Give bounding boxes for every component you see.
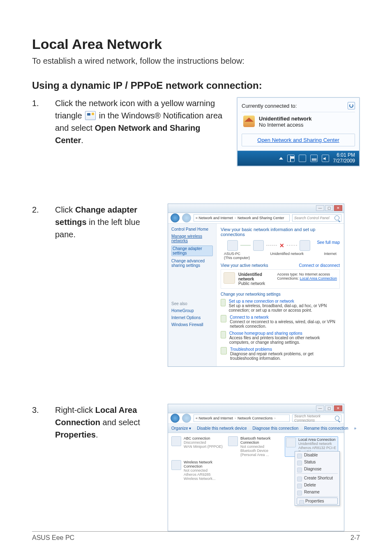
network-tray-icon[interactable]	[310, 155, 318, 162]
crumb-part: « Network and Internet	[196, 216, 233, 220]
left-pane-link[interactable]: HomeGroup	[171, 308, 213, 313]
crumb-part: Network Connections	[238, 416, 273, 420]
breadcrumb[interactable]: « Network and Internet› Network and Shar…	[194, 214, 290, 222]
connection-item[interactable]: Wireless Network ConnectionNot connected…	[171, 460, 225, 481]
see-full-map-link[interactable]: See full map	[317, 240, 340, 245]
connection-icon	[171, 436, 181, 446]
connection-item[interactable]: Bluetooth Network ConnectionNot connecte…	[228, 436, 281, 457]
left-pane-link[interactable]: Internet Options	[171, 315, 213, 320]
menu-item-properties[interactable]: Properties	[297, 498, 338, 505]
menu-item-status[interactable]: Status	[295, 458, 339, 465]
maximize-button[interactable]: ▢	[325, 205, 333, 211]
nav-forward-button[interactable]	[182, 213, 191, 222]
connect-disconnect-link[interactable]: Connect or disconnect	[299, 263, 340, 268]
step-2: 2. Click Change adapter settings in the …	[32, 204, 360, 367]
open-sharing-center-link[interactable]: Open Network and Sharing Center	[242, 134, 355, 146]
conn-sub: WAN Miniport (PPPOE)	[184, 445, 223, 449]
text: Right-click	[55, 405, 95, 414]
conn-title: Wireless Network Connection	[184, 460, 225, 468]
text: and select	[100, 418, 140, 427]
menu-divider	[297, 496, 338, 497]
section-heading: Using a dynamic IP / PPPoE network conne…	[32, 80, 360, 91]
step-1: 1. Click the network icon with a yellow …	[32, 97, 360, 167]
menu-item-rename[interactable]: Rename	[295, 489, 339, 495]
time-text: 6:01 PM	[333, 153, 355, 158]
address-bar-row: « Network and Internet› Network and Shar…	[168, 213, 344, 224]
step-body: Click the network icon with a yellow war…	[55, 97, 224, 146]
step-body: Right-click Local Area Connection and se…	[55, 404, 155, 441]
search-input[interactable]: Search Control Panel	[292, 214, 341, 222]
cmd-disable[interactable]: Disable this network device	[197, 426, 247, 431]
node-sub: (This computer)	[224, 256, 250, 260]
minimize-button[interactable]: —	[316, 405, 324, 411]
refresh-icon[interactable]	[348, 102, 355, 109]
menu-item-delete[interactable]: Delete	[295, 482, 339, 489]
breadcrumb[interactable]: « Network and Internet› Network Connecti…	[194, 414, 290, 422]
footer-left: ASUS Eee PC	[32, 534, 74, 542]
volume-icon[interactable]	[322, 155, 329, 162]
left-pane-link[interactable]: Windows Firewall	[171, 322, 213, 327]
nav-forward-button[interactable]	[182, 414, 191, 423]
window-titlebar: — ▢ ✕	[168, 204, 344, 213]
clock[interactable]: 6:01 PM 7/27/2009	[333, 153, 355, 164]
conn-sub: Unidentified network	[298, 442, 337, 446]
left-pane-link[interactable]: Manage wireless networks	[171, 234, 213, 243]
conn-sub: Disconnected	[184, 440, 223, 445]
conn-sub: Not connected	[240, 445, 281, 449]
cmd-diagnose[interactable]: Diagnose this connection	[253, 426, 299, 431]
connection-link[interactable]: Local Area Connection	[300, 276, 337, 280]
label: Connections:	[277, 276, 299, 280]
left-pane-link[interactable]: Change advanced sharing settings	[171, 259, 213, 268]
conn-title: Local Area Connection	[298, 438, 337, 442]
node-label: Internet	[324, 252, 337, 260]
right-pane: View your basic network information and …	[217, 224, 344, 366]
organize-menu[interactable]: Organize ▾	[171, 426, 191, 431]
minimize-button[interactable]: —	[316, 205, 324, 211]
task-link[interactable]: Troubleshoot problems	[230, 347, 272, 352]
task-link[interactable]: Choose homegroup and sharing options	[229, 331, 302, 336]
bold-text: Properties	[55, 430, 96, 439]
close-button[interactable]: ✕	[334, 405, 342, 411]
network-status-icon	[243, 116, 255, 127]
bench-icon	[224, 272, 235, 284]
show-hidden-icon[interactable]	[279, 157, 283, 160]
screenshot-network-connections: — ▢ ✕ « Network and Internet› Network Co…	[168, 404, 344, 531]
text: .	[96, 430, 98, 439]
left-pane-heading[interactable]: Control Panel Home	[171, 227, 213, 232]
menu-item-diagnose[interactable]: Diagnose	[295, 465, 339, 472]
internet-icon	[300, 240, 310, 251]
node-label: Unidentified network	[270, 252, 304, 260]
step-body: Click Change adapter settings in the lef…	[55, 204, 155, 241]
task-link[interactable]: Connect to a network	[230, 315, 269, 320]
node-label: ASUS-PC	[224, 252, 240, 256]
cmd-overflow[interactable]: »	[354, 426, 357, 431]
maximize-button[interactable]: ▢	[325, 405, 333, 411]
nav-back-button[interactable]	[171, 414, 180, 423]
conn-sub: Atheros AR9285 Wireless Network...	[184, 472, 225, 481]
search-icon	[335, 416, 339, 421]
menu-item-disable[interactable]: Disable	[295, 451, 339, 458]
task-link[interactable]: Set up a new connection or network	[229, 299, 294, 303]
card-title: Unidentified network	[238, 272, 274, 281]
active-network-card: Unidentified network Public network Acce…	[221, 269, 340, 289]
connection-item[interactable]: ABC connectionDisconnectedWAN Miniport (…	[171, 436, 225, 457]
computer-icon	[227, 240, 238, 251]
page-title: Local Area Network	[32, 36, 360, 52]
text: .	[81, 136, 83, 145]
section-label: Change your networking settings	[221, 292, 340, 296]
text: Click	[55, 205, 75, 214]
left-pane-link-active[interactable]: Change adapter settings	[171, 245, 213, 256]
network-sub: No Internet access	[259, 122, 312, 128]
search-input[interactable]: Search Network Connections	[292, 414, 341, 422]
flyout-header: Currently connected to:	[242, 103, 297, 109]
network-warning-icon	[85, 111, 96, 120]
power-icon[interactable]	[299, 155, 306, 162]
cmd-rename[interactable]: Rename this connection	[304, 426, 348, 431]
nav-back-button[interactable]	[171, 213, 180, 222]
close-button[interactable]: ✕	[334, 205, 342, 211]
step-number: 1.	[32, 97, 43, 146]
action-center-icon[interactable]	[287, 155, 295, 162]
connection-icon	[228, 436, 238, 446]
menu-item-create-shortcut[interactable]: Create Shortcut	[295, 475, 339, 482]
step-number: 2.	[32, 204, 43, 241]
